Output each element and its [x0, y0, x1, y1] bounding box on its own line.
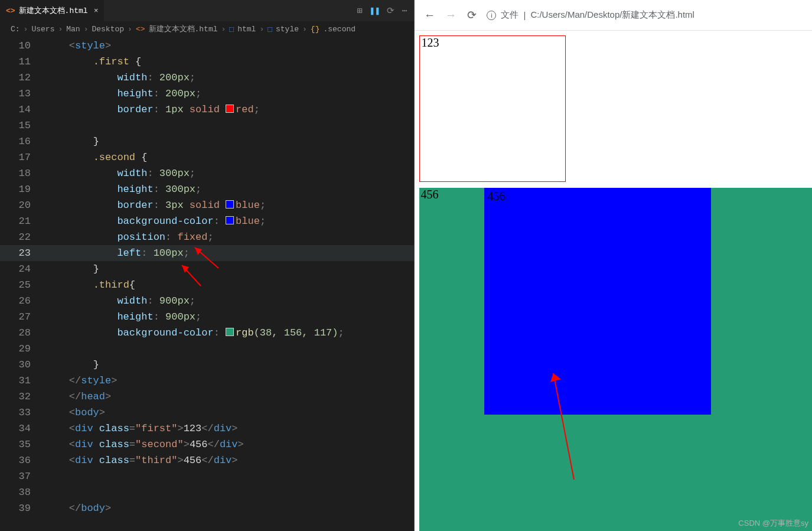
breadcrumb-node[interactable]: style	[276, 25, 299, 34]
url-separator: |	[523, 10, 526, 20]
refresh-icon[interactable]: ⟳	[387, 5, 394, 17]
line-number: 35	[0, 436, 45, 452]
chevron-right-icon: ›	[58, 25, 63, 34]
svg-marker-5	[550, 373, 561, 382]
line-number: 26	[0, 293, 45, 309]
chevron-right-icon: ›	[221, 25, 226, 34]
chevron-right-icon: ›	[128, 25, 132, 34]
page-viewport: 123 456 456	[415, 31, 812, 531]
editor-pane: <> 新建文本文档.html × ⊞ ❚❚ ⟳ ⋯ C:› Users› Man…	[0, 0, 414, 531]
line-number: 10	[0, 38, 45, 54]
watermark: CSDN @万事胜意sy	[738, 518, 808, 529]
html-file-icon: <>	[136, 25, 145, 34]
svg-line-4	[553, 373, 574, 480]
reload-button[interactable]: ⟳	[465, 8, 478, 22]
line-number: 37	[0, 468, 45, 484]
breadcrumb-part[interactable]: Users	[31, 25, 54, 34]
tag-icon: ⬚	[268, 24, 272, 34]
line-number: 27	[0, 309, 45, 325]
pause-icon[interactable]: ❚❚	[369, 5, 380, 17]
line-number: 32	[0, 389, 45, 405]
breadcrumb-node[interactable]: .second	[323, 25, 356, 34]
color-swatch-icon	[226, 328, 234, 336]
line-number: 28	[0, 325, 45, 341]
line-number: 25	[0, 277, 45, 293]
tab-title: 新建文本文档.html	[19, 5, 88, 16]
html-file-icon: <>	[6, 6, 15, 15]
breadcrumb-part[interactable]: Desktop	[92, 25, 124, 34]
breadcrumb-part[interactable]: Man	[66, 25, 80, 34]
chevron-right-icon: ›	[84, 25, 89, 34]
back-button[interactable]: ←	[423, 9, 436, 22]
breadcrumb-node[interactable]: html	[237, 25, 256, 34]
chevron-right-icon: ›	[24, 25, 28, 34]
color-swatch-icon	[226, 216, 234, 224]
site-info-button[interactable]: i 文件 | C:/Users/Man/Desktop/新建文本文档.html	[487, 9, 694, 21]
line-number: 36	[0, 452, 45, 468]
line-number: 30	[0, 357, 45, 373]
editor-tab[interactable]: <> 新建文本文档.html ×	[0, 0, 104, 21]
line-number: 24	[0, 261, 45, 277]
code-editor[interactable]: 10 <style> 11 .first { 12 width: 200px; …	[0, 37, 414, 531]
tab-bar: <> 新建文本文档.html × ⊞ ❚❚ ⟳ ⋯	[0, 0, 414, 21]
line-number: 39	[0, 500, 45, 516]
url-prefix: 文件	[501, 9, 518, 21]
line-number: 13	[0, 86, 45, 102]
breadcrumb[interactable]: C:› Users› Man› Desktop› <> 新建文本文档.html›…	[0, 21, 414, 37]
line-number: 12	[0, 70, 45, 86]
line-number: 31	[0, 373, 45, 389]
info-icon: i	[487, 11, 496, 20]
line-number: 15	[0, 118, 45, 133]
chevron-right-icon: ›	[259, 25, 264, 34]
line-number: 34	[0, 421, 45, 436]
line-number: 23	[0, 245, 45, 261]
editor-actions: ⊞ ❚❚ ⟳ ⋯	[357, 5, 414, 17]
chevron-right-icon: ›	[302, 25, 307, 34]
line-number: 19	[0, 181, 45, 197]
tag-icon: ⬚	[229, 24, 234, 34]
breadcrumb-part[interactable]: C:	[11, 25, 20, 34]
browser-toolbar: ← → ⟳ i 文件 | C:/Users/Man/Desktop/新建文本文档…	[415, 0, 812, 31]
annotation-arrow-icon	[544, 367, 592, 486]
breadcrumb-file[interactable]: 新建文本文档.html	[149, 24, 218, 34]
line-number: 33	[0, 405, 45, 421]
line-number: 29	[0, 341, 45, 357]
first-div: 123	[419, 35, 566, 182]
color-swatch-icon	[226, 105, 234, 113]
line-number: 38	[0, 484, 45, 500]
line-number: 14	[0, 102, 45, 118]
line-number: 20	[0, 197, 45, 213]
line-number: 22	[0, 229, 45, 245]
line-number: 16	[0, 133, 45, 149]
line-number: 21	[0, 213, 45, 229]
more-icon[interactable]: ⋯	[402, 5, 407, 17]
address-bar[interactable]: C:/Users/Man/Desktop/新建文本文档.html	[530, 9, 694, 21]
close-icon[interactable]: ×	[94, 6, 99, 15]
grid-icon[interactable]: ⊞	[357, 5, 362, 17]
line-number: 18	[0, 165, 45, 181]
line-number: 11	[0, 54, 45, 70]
brace-icon: {}	[311, 25, 320, 34]
forward-button[interactable]: →	[444, 9, 457, 22]
browser-pane: ← → ⟳ i 文件 | C:/Users/Man/Desktop/新建文本文档…	[415, 0, 812, 531]
color-swatch-icon	[226, 200, 234, 209]
line-number: 17	[0, 149, 45, 165]
second-div: 456	[484, 188, 711, 415]
